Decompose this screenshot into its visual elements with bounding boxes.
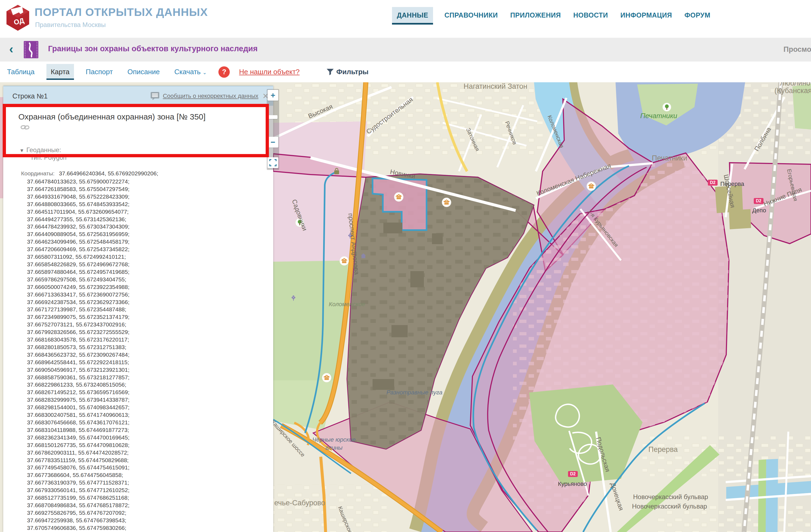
main-nav: ДАННЫЕ СПРАВОЧНИКИ ПРИЛОЖЕНИЯ НОВОСТИ ИН… bbox=[392, 7, 711, 25]
coordinate-pair: 37.667527073121, 55.6723437002916; bbox=[27, 321, 129, 328]
coordinate-pair: 37.6672349899075, 55.6723521374179; bbox=[27, 313, 129, 321]
coordinate-pair: 37.6647840133623, 55.6759000722274; bbox=[27, 178, 129, 185]
nav-item-forum[interactable]: ФОРУМ bbox=[683, 7, 711, 24]
coordinate-pair: 37.6677495458076, 55.6744754615091; bbox=[27, 464, 129, 471]
coordinate-pair: 37.6682981544001, 55.6740983442657; bbox=[27, 404, 129, 411]
triangle-down-icon: ▼ bbox=[19, 148, 24, 153]
map-label-pechatniki-park: Печатники bbox=[640, 112, 677, 120]
map-label-kolomenskoye: Коломенское bbox=[329, 301, 365, 308]
coordinate-pair: 37.665807311092, 55.6724992410121; bbox=[27, 253, 129, 261]
map-label-chyornye-2: глины bbox=[325, 444, 342, 451]
coordinate-pair: 37.6648808033665, 55.6748453933542; bbox=[27, 201, 129, 208]
help-icon[interactable]: ? bbox=[218, 66, 230, 78]
row-label: Строка №1 bbox=[12, 92, 47, 100]
tab-passport[interactable]: Паспорт bbox=[83, 64, 116, 80]
nav-item-data[interactable]: ДАННЫЕ bbox=[392, 7, 433, 25]
coordinate-pair: 37.6692755826795, 55.674767207092; bbox=[27, 509, 129, 517]
coordinate-pair: 37.66773686604, 55.6744756045858; bbox=[27, 471, 129, 479]
tab-map[interactable]: Карта bbox=[46, 64, 74, 80]
coordinate-pair: 37.664494277355, 55.6731425362136; bbox=[27, 216, 129, 223]
fullscreen-button[interactable] bbox=[267, 157, 278, 168]
dataset-title-bar: ‹ Границы зон охраны объектов культурног… bbox=[0, 38, 811, 62]
filters-button[interactable]: Фильтры bbox=[327, 68, 368, 76]
fullscreen-icon bbox=[269, 159, 277, 167]
feature-info-panel: Строка №1 Сообщить о некорректных данных… bbox=[3, 86, 273, 532]
nav-item-apps[interactable]: ПРИЛОЖЕНИЯ bbox=[509, 7, 562, 24]
permalink-icon[interactable] bbox=[20, 123, 30, 133]
coordinate-pair: 37.6685127735199, 55.6747686251168; bbox=[27, 494, 129, 501]
report-incorrect-data-link[interactable]: Сообщить о некорректных данных bbox=[150, 92, 258, 100]
portal-subtitle: Правительства Москвы bbox=[35, 21, 106, 29]
map-label-chyornye-1: Чёрные юрские bbox=[312, 436, 356, 443]
object-title: Охранная (объединенная охранная) зона [№… bbox=[18, 112, 207, 133]
coordinate-pair: 37.6679330560141, 55.6747712610252; bbox=[27, 486, 129, 494]
coordinate-pair: 37.6647261858583, 55.6755047297549; bbox=[27, 185, 129, 193]
map-label-nagatinsky-zaton: Нагатинский Затон bbox=[463, 82, 527, 90]
geometry-type: Тип: Polygon bbox=[30, 154, 66, 161]
coordinate-pair: 37.6679928326566, 55.6723272555529; bbox=[27, 328, 129, 336]
geodata-toggle[interactable]: ▼Геоданные: bbox=[19, 146, 61, 154]
back-button[interactable]: ‹ bbox=[9, 42, 13, 56]
zoom-out-button[interactable]: − bbox=[267, 137, 278, 147]
coordinate-pair: 37.6681683043578, 55.6723176220117; bbox=[27, 336, 129, 343]
coordinate-pair: 37.6682362341349, 55.6744700169645; bbox=[27, 434, 129, 441]
coordinate-pair: 37.6678620903111, 55.6744742028572; bbox=[27, 449, 129, 456]
coordinate-pair: 37.6644784239932, 55.6730347304309; bbox=[27, 223, 129, 230]
coordinate-pair: 37.6705749606836, 55.674759830266; bbox=[27, 524, 129, 532]
site-header: ОД ПОРТАЛ ОТКРЫТЫХ ДАННЫХ Правительства … bbox=[0, 0, 811, 38]
coordinate-pair: 37.6647206609469, 55.6725437345822; bbox=[27, 246, 129, 253]
coordinate-pair: 37.6682801850573, 55.672312751383; bbox=[27, 343, 129, 351]
coordinate-pair: 37.6645117011904, 55.6732609654077; bbox=[27, 208, 129, 216]
svg-text:D2: D2 bbox=[570, 472, 576, 476]
tab-download[interactable]: Скачать ⌄ bbox=[172, 64, 210, 80]
map-label-kuryanovo: Курьяново bbox=[558, 481, 587, 487]
map-label-pechatniki: Печатники bbox=[652, 154, 687, 162]
map-label-novocherkassky-1: Новочеркасский бульвар bbox=[633, 493, 708, 500]
coordinate-pair: 37.668229861233, 55.6732408515056; bbox=[27, 381, 129, 389]
coordinate-pair: 37.6658974880464, 55.6724957419685; bbox=[27, 268, 129, 276]
map-label-saburovo: ечье-Сабурово bbox=[274, 499, 325, 507]
panel-header: Строка №1 Сообщить о некорректных данных… bbox=[3, 86, 273, 106]
nav-item-directories[interactable]: СПРАВОЧНИКИ bbox=[443, 7, 499, 24]
coordinate-pair: 37.6688587590361, 55.6732181277857; bbox=[27, 374, 129, 381]
coordinate-pair: 37.6677833511159, 55.6744750829688; bbox=[27, 456, 129, 464]
zoom-in-button[interactable]: + bbox=[267, 90, 278, 100]
object-not-found-link[interactable]: Не нашли объект? bbox=[239, 68, 300, 76]
coordinate-pair: 37.6684365623732, 55.6723090267484; bbox=[27, 351, 129, 359]
coordinate-pair: 37.6683076456668, 55.6743617076121; bbox=[27, 419, 129, 426]
portal-title[interactable]: ПОРТАЛ ОТКРЫТЫХ ДАННЫХ bbox=[34, 6, 208, 19]
coordinate-pair: 37.6646234099496, 55.6725484458179; bbox=[27, 238, 129, 246]
map-label-novocherkassky-2: Новочеркасский бульвар bbox=[632, 503, 707, 510]
coordinate-pair: 37.6677363190379, 55.6747711528371; bbox=[27, 479, 129, 486]
speech-bubble-icon bbox=[150, 92, 160, 100]
coordinate-pair: 37.6667133633417, 55.6723690072756; bbox=[27, 291, 129, 298]
nav-item-info[interactable]: ИНФОРМАЦИЯ bbox=[619, 7, 673, 24]
coordinate-pair: 37.6669242387534, 55.6723629273366; bbox=[27, 298, 129, 306]
tab-table[interactable]: Таблица bbox=[4, 64, 37, 80]
coordinate-pair: 37.6682832999975, 55.6739414338787; bbox=[27, 396, 129, 404]
coordinate-pair: 37.6682671495212, 55.6736595716569; bbox=[27, 389, 129, 396]
coordinate-pair: 37.6671727139987, 55.672354487488; bbox=[27, 306, 129, 313]
coordinate-pair: 37.6660500074249, 55.6723922354988; bbox=[27, 283, 129, 291]
coordinate-pair: 37.6649331679048, 55.6752228423309; bbox=[27, 193, 129, 201]
filter-funnel-icon bbox=[327, 69, 334, 75]
tab-description[interactable]: Описание bbox=[125, 64, 163, 80]
portal-logo[interactable]: ОД bbox=[5, 4, 30, 31]
coordinate-pair: 37.6644090889054, 55.6725631956959; bbox=[27, 230, 129, 238]
svg-text:D2: D2 bbox=[710, 180, 716, 185]
nav-item-news[interactable]: НОВОСТИ bbox=[572, 7, 609, 24]
map-label-raznotravnye: Разнотравные луга bbox=[386, 389, 443, 396]
coordinate-pair: 37.6690504596917, 55.6732123921301; bbox=[27, 366, 129, 374]
coordinate-pair: 37.6687084986834, 55.6747685178872; bbox=[27, 501, 129, 509]
coordinates-first-row: Координаты:37.664966240364, 55.676920299… bbox=[21, 170, 158, 177]
coordinate-pair: 37.6683002407581, 55.6741740960613; bbox=[27, 411, 129, 419]
coordinate-pair: 37.6658548226829, 55.6724969672768; bbox=[27, 261, 129, 268]
zoom-slider-handle[interactable] bbox=[269, 115, 277, 119]
dataset-tabs: Таблица Карта Паспорт Описание Скачать ⌄… bbox=[0, 62, 811, 82]
coordinates-label: Координаты: bbox=[21, 170, 55, 176]
dataset-title: Границы зон охраны объектов культурного … bbox=[48, 44, 258, 53]
coordinate-pair: 37.6659786297508, 55.672493404755; bbox=[27, 276, 129, 283]
chevron-down-icon: ⌄ bbox=[202, 70, 206, 75]
coordinate-pair: 37.6681501267735, 55.6744709810628; bbox=[27, 441, 129, 449]
svg-text:D2: D2 bbox=[756, 199, 762, 203]
